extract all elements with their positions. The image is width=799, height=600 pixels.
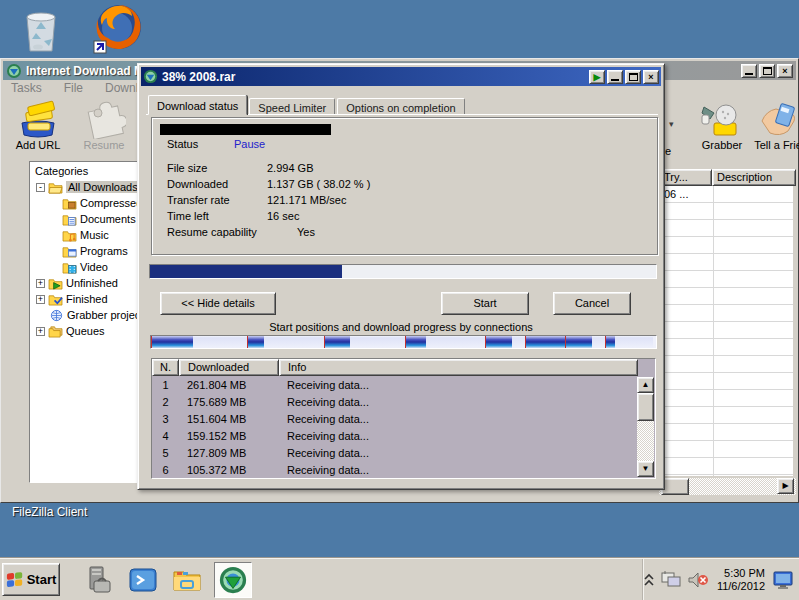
resume-capability-label: Resume capability (167, 226, 257, 238)
tree-item-video[interactable]: Video (30, 259, 137, 275)
vscroll-thumb[interactable] (637, 393, 654, 421)
expander-minus-icon[interactable]: - (36, 183, 45, 192)
status-pause-link[interactable]: Pause (234, 138, 265, 150)
tray-chevron-icon[interactable] (643, 572, 655, 588)
explorer-folder-quicklaunch-icon[interactable] (172, 565, 202, 595)
progress-fill (150, 265, 342, 278)
filezilla-window-title[interactable]: FileZilla Client (12, 505, 87, 519)
resume-capability-value: Yes (297, 226, 315, 238)
column-header-n[interactable]: N. (152, 359, 179, 376)
dialog-titlebar[interactable]: 38% 2008.rar ▶ × (141, 67, 661, 86)
tree-item-all-downloads[interactable]: - All Downloads (30, 179, 137, 195)
dialog-minimize-button[interactable] (607, 70, 623, 84)
tree-label[interactable]: Programs (80, 245, 128, 257)
idm-close-button[interactable]: × (777, 64, 793, 78)
status-label: Status (167, 138, 198, 150)
tree-label[interactable]: Queues (66, 325, 105, 337)
connection-row[interactable]: 5 127.809 MB Receiving data... (152, 444, 655, 461)
expander-plus-icon[interactable]: + (36, 295, 45, 304)
categories-header: Categories (30, 162, 137, 179)
status-groupbox: Status Pause File size 2.994 GB Download… (151, 117, 658, 255)
tell-a-friend-icon (749, 99, 799, 139)
vscroll-down-arrow-icon[interactable]: ▼ (637, 461, 654, 477)
resume-label: Resume (75, 139, 133, 151)
column-header-description[interactable]: Description (712, 169, 796, 186)
column-header-try[interactable]: Try... (659, 169, 712, 186)
add-url-icon (9, 99, 67, 139)
hide-details-button[interactable]: << Hide details (160, 292, 276, 315)
server-manager-quicklaunch-icon[interactable] (84, 565, 114, 595)
grabber-icon (693, 99, 751, 139)
tree-label[interactable]: All Downloads (66, 181, 138, 193)
transfer-rate-value: 121.171 MB/sec (267, 194, 347, 206)
tree-item-unfinished[interactable]: + Unfinished (30, 275, 137, 291)
tree-label[interactable]: Unfinished (66, 277, 118, 289)
network-tray-icon[interactable] (661, 570, 683, 590)
tree-label[interactable]: Grabber projects (67, 309, 138, 321)
tree-item-queues[interactable]: + Queues (30, 323, 137, 339)
connections-rows: 1 261.804 MB Receiving data... 2 175.689… (152, 376, 655, 478)
tree-item-programs[interactable]: Programs (30, 243, 137, 259)
dialog-green-arrow-button[interactable]: ▶ (589, 70, 605, 84)
tab-options-on-completion[interactable]: Options on completion (337, 98, 464, 115)
downloads-horizontal-scrollbar[interactable]: ▶ (659, 478, 796, 495)
tree-label[interactable]: Compressed (80, 197, 138, 209)
resume-icon (75, 99, 133, 139)
queues-folder-icon (48, 325, 63, 338)
tree-item-grabber-projects[interactable]: Grabber projects (30, 307, 137, 323)
dialog-close-button[interactable]: × (643, 70, 659, 84)
download-row-fragment[interactable]: 06 ... (664, 188, 688, 200)
hscroll-thumb[interactable] (661, 478, 689, 495)
tree-item-music[interactable]: Music (30, 227, 137, 243)
video-folder-icon (62, 261, 77, 274)
tab-speed-limiter[interactable]: Speed Limiter (249, 98, 335, 115)
recycle-bin-icon[interactable] (14, 3, 68, 57)
connection-number: 1 (152, 379, 179, 391)
taskbar-clock: 5:30 PM 11/6/2012 (717, 567, 765, 593)
volume-muted-tray-icon[interactable] (687, 570, 709, 590)
tree-item-documents[interactable]: Documents (30, 211, 137, 227)
add-url-button[interactable]: Add URL (9, 99, 67, 151)
cancel-button[interactable]: Cancel (553, 292, 631, 315)
column-header-info[interactable]: Info (279, 359, 638, 376)
connection-row[interactable]: 6 105.372 MB Receiving data... (152, 461, 655, 478)
tree-label[interactable]: Finished (66, 293, 108, 305)
firefox-icon[interactable] (92, 1, 146, 55)
connection-row[interactable]: 4 159.152 MB Receiving data... (152, 427, 655, 444)
dialog-maximize-button[interactable] (625, 70, 641, 84)
hscroll-right-arrow-icon[interactable]: ▶ (777, 478, 794, 494)
tell-a-friend-button[interactable]: Tell a Frie (749, 99, 799, 151)
expander-plus-icon[interactable]: + (36, 279, 45, 288)
tree-label[interactable]: Documents (80, 213, 136, 225)
grabber-projects-icon (49, 309, 64, 322)
start-button[interactable]: Start (441, 292, 529, 315)
connection-info: Receiving data... (279, 430, 655, 442)
windows-flag-icon (6, 571, 24, 589)
connection-row[interactable]: 1 261.804 MB Receiving data... (152, 376, 655, 393)
menu-tasks[interactable]: Tasks (11, 81, 42, 95)
menu-file[interactable]: File (64, 81, 83, 95)
vscroll-up-arrow-icon[interactable]: ▲ (637, 377, 654, 393)
powershell-quicklaunch-icon[interactable] (128, 565, 158, 595)
column-header-downloaded[interactable]: Downloaded (179, 359, 279, 376)
expander-plus-icon[interactable]: + (36, 327, 45, 336)
connections-vertical-scrollbar[interactable]: ▲ ▼ (637, 377, 654, 477)
tab-download-status[interactable]: Download status (148, 95, 247, 115)
display-tray-icon[interactable] (773, 570, 795, 590)
hidden-toolbar-dropdown-caret-icon[interactable]: ▾ (669, 119, 674, 129)
tree-item-finished[interactable]: + Finished (30, 291, 137, 307)
idm-taskbar-button[interactable] (214, 562, 252, 598)
tree-label[interactable]: Video (80, 261, 108, 273)
connection-info: Receiving data... (279, 379, 655, 391)
connection-row[interactable]: 3 151.604 MB Receiving data... (152, 410, 655, 427)
grabber-button[interactable]: Grabber (693, 99, 751, 151)
idm-minimize-button[interactable] (741, 64, 757, 78)
connection-downloaded: 127.809 MB (179, 447, 279, 459)
tree-item-compressed[interactable]: Compressed (30, 195, 137, 211)
tree-label[interactable]: Music (80, 229, 109, 241)
resume-button[interactable]: Resume (75, 99, 133, 151)
connection-row[interactable]: 2 175.689 MB Receiving data... (152, 393, 655, 410)
dialog-tabs: Download status Speed Limiter Options on… (148, 95, 467, 115)
start-button-taskbar[interactable]: Start (2, 563, 60, 596)
idm-maximize-button[interactable] (759, 64, 775, 78)
